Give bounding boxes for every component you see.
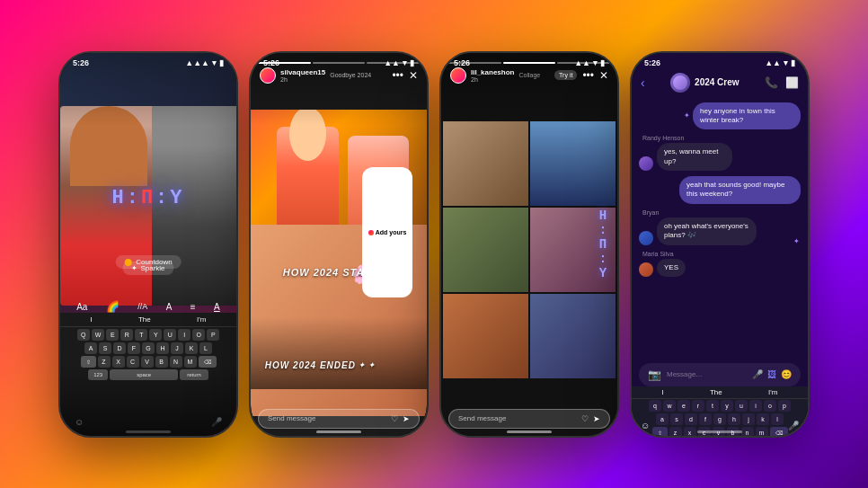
key-s[interactable]: S [99,342,111,354]
send-icon-3[interactable]: ➤ [593,414,600,423]
mkey-u[interactable]: u [735,400,748,412]
mkey-p[interactable]: p [778,400,791,412]
heart-icon-3[interactable]: ♡ [581,414,589,423]
key-h[interactable]: H [156,342,169,354]
back-button[interactable]: ‹ [641,75,645,90]
key-p[interactable]: P [207,329,219,341]
story-user-avatar-3[interactable] [450,67,466,84]
send-icon-2[interactable]: ➤ [403,414,410,423]
mkey-l[interactable]: l [771,413,784,425]
how-ended-label: HOW 2024 ENDED [265,360,356,370]
key-g[interactable]: G [142,342,155,354]
story-close-2[interactable]: ✕ [409,69,418,82]
story-user-avatar-2[interactable] [260,67,276,84]
story-more-2[interactable]: ••• [392,69,403,82]
mkey-o[interactable]: o [764,400,776,412]
mkey-backspace[interactable]: ⌫ [770,427,788,436]
suggestion-1[interactable]: I [91,315,93,324]
mkey-i[interactable]: i [749,400,762,412]
phone-call-icon[interactable]: 📞 [765,76,778,89]
story-more-3[interactable]: ••• [582,69,594,82]
group-info[interactable]: 2024 Crew [670,73,739,93]
sticker-icon-msg[interactable]: 😊 [781,369,792,379]
mkey-x[interactable]: x [684,427,696,436]
suggestion-2[interactable]: The [138,315,151,324]
home-bar-2 [316,430,361,433]
key-k[interactable]: K [185,342,198,354]
send-message-bar-2[interactable]: Send message ♡ ➤ [258,409,420,429]
mkey-t[interactable]: t [706,400,719,412]
messages-header: ‹ 2024 Crew 📞 ⬜ [632,69,808,96]
sticker-button[interactable]: A [166,302,173,312]
mkey-d[interactable]: d [685,413,697,425]
star-icon-3: ✦ [368,361,376,369]
font-style-button[interactable]: //A [137,302,147,311]
send-message-bar-3[interactable]: Send message ♡ ➤ [448,409,610,429]
phone-3-collage: H:Π:Y 5:26 ▲▲ ▾ ▮ [439,51,619,438]
story-close-3[interactable]: ✕ [599,69,608,82]
msg-2: Randy Henson yes, wanna meet up? [639,135,801,171]
star-icon-2: ✦ [359,361,366,369]
mkey-y[interactable]: y [721,400,733,412]
key-a[interactable]: A [84,342,97,354]
msg-text-1: hey anyone in town this winter break? [693,102,801,130]
font-button[interactable]: Aa [76,302,87,312]
key-f[interactable]: F [128,342,140,354]
heart-icon-2[interactable]: ♡ [391,414,398,423]
msg-sug-2[interactable]: The [710,388,722,396]
mkey-s[interactable]: s [670,413,683,425]
key-e[interactable]: E [106,329,119,341]
color-button[interactable]: 🌈 [106,300,120,313]
suggestion-3[interactable]: I'm [197,315,206,324]
camera-icon-msg[interactable]: 📷 [648,368,661,381]
mkey-w[interactable]: w [663,400,676,412]
key-r[interactable]: R [120,329,133,341]
message-input-area[interactable]: 📷 Message... 🎤 🖼 😊 [639,363,801,386]
msg-text-4: oh yeah what's everyone's plans? 🎶 [657,217,757,245]
mkey-r[interactable]: r [692,400,704,412]
hny-display-text: H:Π:Y [111,187,184,209]
emoji-button-4[interactable]: ☺ [641,421,650,430]
mic-button-4[interactable]: 🎤 [788,421,799,430]
key-t[interactable]: T [135,329,147,341]
key-u[interactable]: U [164,329,176,341]
mkey-e[interactable]: e [678,400,690,412]
mkey-z[interactable]: z [669,427,682,436]
status-time-1: 5:26 [73,58,89,67]
msg-sender-2: Randy Henson [639,135,684,141]
key-o[interactable]: O [192,329,205,341]
key-y[interactable]: Y [149,329,162,341]
try-it-tag[interactable]: Try it [554,70,577,80]
msg-text-3: yeah that sounds good! maybe this weeken… [679,176,801,204]
mkey-a[interactable]: a [656,413,669,425]
mkey-h[interactable]: h [728,413,740,425]
collage-cell-5 [443,294,528,378]
msg-sug-1[interactable]: I [662,388,664,396]
mkey-j[interactable]: j [742,413,755,425]
align-button[interactable]: ≡ [190,302,196,312]
battery-4: ▮ [791,58,795,67]
key-j[interactable]: J [171,342,183,354]
key-i[interactable]: I [178,329,190,341]
text-bg-button[interactable]: A [214,302,220,312]
mic-icon-msg[interactable]: 🎤 [752,369,763,379]
msg-sug-3[interactable]: I'm [768,388,777,396]
mkey-k[interactable]: k [757,413,769,425]
mkey-q[interactable]: q [649,400,661,412]
key-l[interactable]: L [199,342,212,354]
add-yours-button[interactable]: Add yours [362,167,413,297]
mkey-g[interactable]: g [713,413,726,425]
msg-text-5: YES [657,259,686,277]
mkey-shift[interactable]: ⇧ [652,427,668,436]
mkey-f[interactable]: f [699,413,712,425]
mkey-m[interactable]: m [756,427,768,436]
group-name: 2024 Crew [695,77,739,87]
message-input[interactable]: Message... [667,370,747,378]
key-w[interactable]: W [92,329,105,341]
mkey-n[interactable]: n [741,427,754,436]
countdown-sticker[interactable]: Countdown [115,255,181,269]
image-icon-msg[interactable]: 🖼 [767,369,776,379]
key-d[interactable]: D [113,342,126,354]
video-call-icon[interactable]: ⬜ [785,76,799,89]
key-q[interactable]: Q [77,329,90,341]
